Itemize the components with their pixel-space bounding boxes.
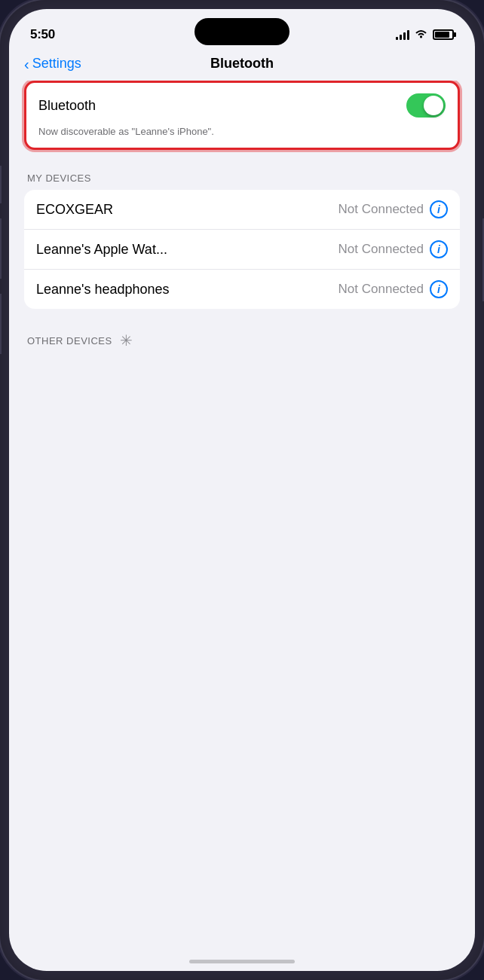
info-button[interactable]: i: [430, 240, 448, 258]
scanning-spinner-icon: ✳: [120, 331, 133, 350]
my-devices-header: MY DEVICES: [24, 172, 460, 190]
volume-down-button[interactable]: [0, 294, 2, 354]
status-time: 5:50: [30, 27, 55, 42]
device-name: Leanne's headphones: [36, 282, 338, 298]
toggle-knob: [424, 96, 443, 115]
device-status: Not Connected: [338, 242, 424, 257]
nav-bar: ‹ Settings Bluetooth: [9, 50, 475, 81]
my-devices-list: ECOXGEAR Not Connected i Leanne's Apple …: [24, 190, 460, 309]
signal-icon: [396, 29, 409, 40]
discoverable-text: Now discoverable as "Leanne's iPhone".: [38, 125, 446, 148]
info-icon: i: [437, 284, 440, 295]
wifi-icon: [415, 29, 427, 41]
status-icons: [396, 29, 454, 41]
device-status-area: Not Connected i: [338, 240, 448, 258]
info-button[interactable]: i: [430, 200, 448, 218]
back-chevron-icon: ‹: [24, 56, 29, 72]
content-area: Bluetooth Now discoverable as "Leanne's …: [9, 81, 475, 356]
info-icon: i: [437, 244, 440, 255]
bluetooth-toggle[interactable]: [406, 93, 446, 118]
bluetooth-toggle-row: Bluetooth: [38, 83, 446, 125]
device-status-area: Not Connected i: [338, 200, 448, 218]
info-button[interactable]: i: [430, 280, 448, 298]
battery-icon: [433, 29, 454, 40]
list-item[interactable]: ECOXGEAR Not Connected i: [24, 190, 460, 230]
bluetooth-toggle-section: Bluetooth Now discoverable as "Leanne's …: [24, 81, 460, 150]
other-devices-section-header: OTHER DEVICES ✳: [24, 331, 460, 356]
phone-frame: 5:50: [0, 0, 484, 980]
other-devices-label: OTHER DEVICES: [27, 335, 112, 347]
phone-screen: 5:50: [9, 9, 475, 971]
list-item[interactable]: Leanne's headphones Not Connected i: [24, 270, 460, 309]
dynamic-island: [195, 18, 289, 45]
bluetooth-setting-label: Bluetooth: [38, 98, 96, 114]
page-title: Bluetooth: [210, 56, 274, 72]
list-item[interactable]: Leanne's Apple Wat... Not Connected i: [24, 230, 460, 270]
back-button[interactable]: ‹ Settings: [24, 56, 81, 72]
volume-up-button[interactable]: [0, 218, 2, 279]
home-indicator[interactable]: [189, 960, 295, 963]
device-name: Leanne's Apple Wat...: [36, 242, 338, 258]
device-status: Not Connected: [338, 282, 424, 297]
info-icon: i: [437, 204, 440, 215]
svg-point-0: [420, 36, 422, 38]
device-status: Not Connected: [338, 202, 424, 217]
status-bar: 5:50: [9, 9, 475, 50]
mute-button[interactable]: [0, 166, 2, 203]
device-status-area: Not Connected i: [338, 280, 448, 298]
device-name: ECOXGEAR: [36, 202, 338, 218]
back-label: Settings: [32, 56, 81, 72]
